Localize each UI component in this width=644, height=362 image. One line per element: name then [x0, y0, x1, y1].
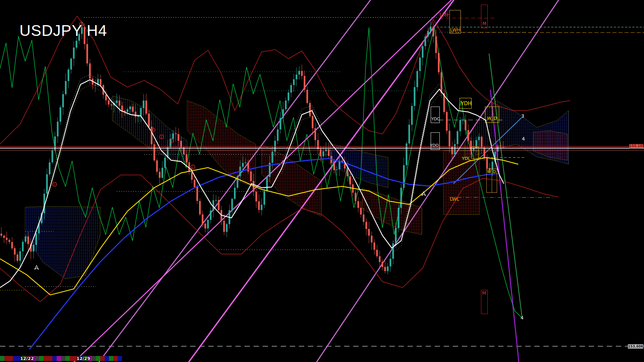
candle-body	[14, 248, 16, 255]
candle-body	[73, 48, 75, 59]
candle-body	[280, 118, 281, 129]
candle-body	[454, 144, 456, 154]
candle-body	[76, 41, 77, 48]
candle-body	[392, 243, 394, 259]
candle-body	[143, 101, 145, 108]
candle-body	[28, 237, 29, 244]
timeline-segment	[113, 356, 118, 361]
candle-body	[121, 106, 123, 111]
candle-body	[62, 94, 64, 107]
candle-body	[186, 154, 187, 162]
candle-body	[9, 240, 10, 242]
candle-body	[210, 210, 212, 220]
candle-body	[435, 36, 437, 53]
candle-body	[116, 101, 118, 103]
candle-body	[500, 145, 501, 146]
candle-body	[366, 222, 367, 229]
candle-body	[154, 144, 155, 161]
chart-title: USDJPY H4	[19, 21, 107, 40]
candle-body	[95, 85, 96, 85]
timeline-segment	[92, 356, 96, 361]
candle-body	[178, 134, 179, 141]
candle-body	[191, 172, 193, 180]
candle-body	[470, 141, 472, 151]
candle-body	[285, 101, 287, 109]
candle-body	[433, 26, 434, 36]
candle-body	[258, 201, 260, 210]
candle-body	[127, 109, 128, 112]
timeline-segment	[35, 356, 39, 361]
timeline-segment	[70, 356, 74, 361]
candle-body	[164, 158, 166, 168]
timeline-segment	[0, 356, 4, 361]
candle-body	[159, 172, 161, 178]
candle-body	[282, 109, 284, 118]
timeline-segment	[52, 356, 57, 361]
candle-body	[296, 75, 298, 79]
candle-body	[65, 81, 67, 94]
candle-body	[481, 137, 483, 147]
candle-body	[205, 224, 206, 228]
candle-body	[49, 162, 51, 174]
candle-body	[417, 71, 418, 87]
candle-body	[274, 141, 276, 152]
candle-body	[387, 266, 389, 271]
candle-body	[140, 108, 142, 115]
candle-body	[400, 188, 402, 208]
candle-body	[60, 107, 61, 122]
timeline-segment	[65, 356, 70, 361]
candle-body	[288, 93, 289, 101]
candle-body	[245, 163, 247, 163]
candle-body	[87, 44, 88, 63]
candle-body	[355, 193, 357, 201]
candle-body	[465, 120, 467, 130]
date-label: 12/29	[76, 356, 90, 361]
candle-body	[272, 152, 273, 163]
candle-body	[336, 169, 338, 170]
candle-body	[68, 69, 69, 81]
candle-body	[6, 238, 8, 240]
candle-body	[108, 100, 110, 104]
candle-body	[290, 85, 292, 93]
candle-body	[486, 158, 488, 168]
candle-body	[390, 259, 391, 266]
candle-body	[231, 199, 233, 210]
candle-body	[446, 112, 448, 131]
candle-body	[148, 114, 150, 127]
candle-body	[395, 228, 397, 243]
timeline-segment	[61, 356, 65, 361]
candle-body	[484, 147, 485, 158]
candle-body	[194, 180, 196, 187]
candle-body	[425, 37, 426, 46]
candle-body	[368, 229, 370, 236]
candle-body	[100, 79, 102, 85]
candle-body	[111, 105, 112, 106]
timeline-segment	[48, 356, 52, 361]
candle-body	[33, 245, 35, 252]
ichimoku-cloud-red	[262, 145, 321, 216]
candle-body	[11, 242, 13, 248]
candle-body	[403, 165, 405, 188]
candle-body	[457, 131, 459, 144]
candle-body	[129, 107, 131, 109]
candle-body	[277, 129, 279, 141]
candle-body	[304, 76, 306, 90]
timeline-segment	[44, 356, 48, 361]
candle-body	[146, 101, 147, 114]
timeline-segment	[96, 356, 100, 361]
ichimoku-cloud-red	[362, 188, 422, 235]
candle-body	[307, 90, 308, 103]
candle-body	[207, 220, 209, 229]
candle-body	[382, 262, 383, 267]
candle-body	[119, 101, 120, 106]
candle-body	[312, 116, 314, 128]
candle-body	[293, 79, 295, 85]
chart-stage: 12/2212/29 USDJPY H4 155.105 153.606 LMH…	[0, 0, 644, 362]
candle-body	[234, 188, 236, 199]
date-label: 12/22	[20, 356, 34, 361]
candle-body	[460, 120, 461, 131]
candle-body	[468, 130, 469, 141]
candle-body	[333, 163, 335, 170]
candle-body	[162, 168, 163, 178]
candle-body	[237, 176, 238, 188]
